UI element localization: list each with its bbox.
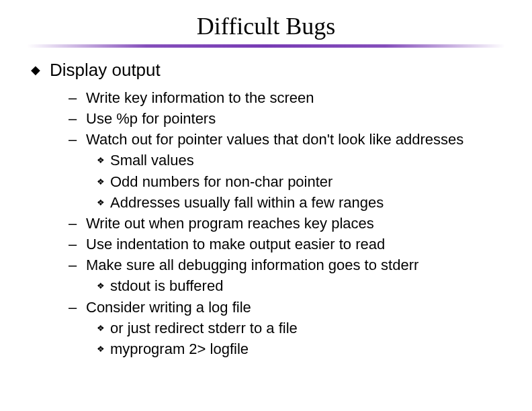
bullet-level2-text: Write out when program reaches key place… [86,214,374,233]
bullet-level3: ❖ Odd numbers for non-char pointer [97,173,505,191]
bullet-level3: ❖ Small values [97,151,505,170]
level3-group: ❖ or just redirect stderr to a file ❖ my… [69,319,505,359]
bullet-level2: – Write out when program reaches key pla… [69,214,505,233]
dash-bullet-icon: – [69,235,78,254]
bullet-level3-text: stdout is buffered [110,277,223,295]
dash-bullet-icon: – [69,256,78,275]
dash-bullet-icon: – [69,130,78,149]
bullet-level2-text: Use %p for pointers [86,109,216,128]
diamond-bullet-icon: ◆ [31,62,40,77]
bullet-level3: ❖ or just redirect stderr to a file [97,319,505,338]
bullet-level3-text: myprogram 2> logfile [110,340,249,359]
slide-content: ◆ Display output – Write key information… [27,60,505,359]
bullet-level2: – Write key information to the screen [69,89,505,107]
level2-group: – Write key information to the screen – … [31,89,505,359]
bullet-level3-text: Small values [110,151,194,170]
bullet-level3-text: Addresses usually fall within a few rang… [110,193,384,212]
bullet-level2: – Consider writing a log file [69,298,505,317]
bullet-level2: – Use %p for pointers [69,109,505,128]
bullet-level2-text: Write key information to the screen [86,89,314,107]
slide: Difficult Bugs ◆ Display output – Write … [0,0,532,411]
bullet-level2-text: Watch out for pointer values that don't … [86,130,463,149]
diamond-open-bullet-icon: ❖ [97,323,105,334]
dash-bullet-icon: – [69,214,78,233]
dash-bullet-icon: – [69,298,78,317]
diamond-open-bullet-icon: ❖ [97,197,105,209]
diamond-open-bullet-icon: ❖ [97,281,105,292]
bullet-level3: ❖ stdout is buffered [97,277,505,295]
bullet-level1-text: Display output [50,60,161,81]
bullet-level3: ❖ myprogram 2> logfile [97,340,505,359]
bullet-level2-text: Consider writing a log file [86,298,251,317]
level3-group: ❖ Small values ❖ Odd numbers for non-cha… [69,151,505,212]
bullet-level2: – Make sure all debugging information go… [69,256,505,275]
diamond-open-bullet-icon: ❖ [97,155,105,167]
dash-bullet-icon: – [69,109,78,128]
bullet-level1: ◆ Display output [31,60,505,81]
bullet-level2-text: Make sure all debugging information goes… [86,256,418,275]
slide-title: Difficult Bugs [27,12,505,40]
diamond-open-bullet-icon: ❖ [97,344,105,355]
bullet-level2: – Watch out for pointer values that don'… [69,130,505,149]
bullet-level3-text: Odd numbers for non-char pointer [110,173,332,191]
bullet-level3: ❖ Addresses usually fall within a few ra… [97,193,505,212]
bullet-level2-text: Use indentation to make output easier to… [86,235,385,254]
bullet-level2: – Use indentation to make output easier … [69,235,505,254]
bullet-level3-text: or just redirect stderr to a file [110,319,298,338]
diamond-open-bullet-icon: ❖ [97,177,105,188]
title-divider [27,44,505,48]
dash-bullet-icon: – [69,89,78,107]
level3-group: ❖ stdout is buffered [69,277,505,295]
